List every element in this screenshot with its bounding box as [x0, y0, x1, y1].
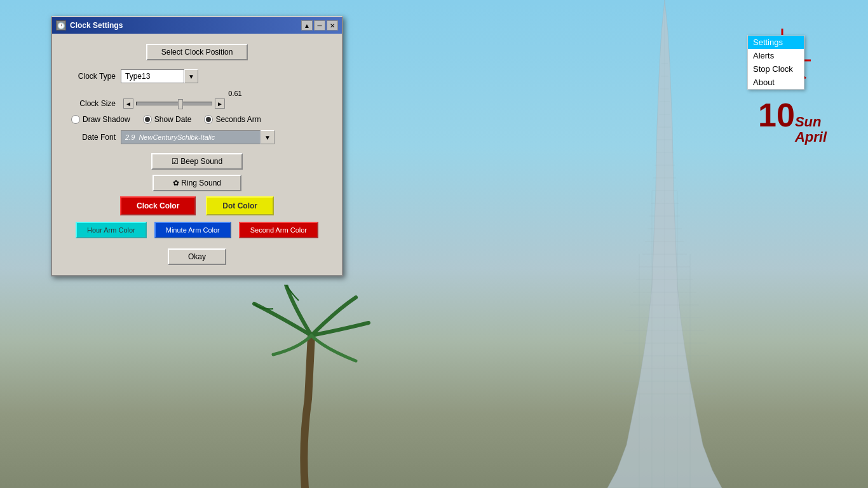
ring-sound-icon: ✿: [173, 179, 181, 187]
okay-button[interactable]: Okay: [168, 248, 226, 265]
dialog-icon: 🕐: [56, 20, 66, 30]
menu-item-stop-clock[interactable]: Stop Clock: [748, 62, 804, 76]
title-up-button[interactable]: ▲: [301, 20, 313, 30]
seconds-arm-label: Seconds Arm: [215, 115, 261, 124]
clock-type-input[interactable]: [121, 69, 184, 83]
context-menu: Settings Alerts Stop Clock About: [747, 35, 804, 90]
menu-item-settings[interactable]: Settings: [748, 36, 804, 49]
date-font-row: Date Font ▼: [65, 130, 329, 144]
clock-size-row: 0.61 Clock Size ◄ ►: [65, 90, 329, 109]
clock-size-value: 0.61: [141, 90, 329, 97]
second-arm-color-button[interactable]: Second Arm Color: [239, 222, 318, 238]
title-left: 🕐 Clock Settings: [56, 20, 123, 30]
select-position-button[interactable]: Select Clock Position: [146, 44, 248, 60]
show-date-label: Show Date: [154, 115, 192, 124]
title-minimize-button[interactable]: ─: [314, 20, 325, 30]
seconds-arm-item[interactable]: Seconds Arm: [204, 115, 261, 124]
day-name: Sun: [795, 114, 827, 130]
day-info: Sun April: [795, 114, 827, 145]
clock-size-label: Clock Size: [65, 99, 116, 108]
month-name: April: [795, 130, 827, 145]
clock-type-dropdown-button[interactable]: ▼: [184, 69, 198, 83]
slider-controls: Clock Size ◄ ►: [65, 98, 329, 109]
show-date-radio[interactable]: [143, 115, 152, 124]
clock-type-select: ▼: [121, 69, 198, 83]
menu-item-about[interactable]: About: [748, 76, 804, 89]
clock-type-label: Clock Type: [65, 72, 116, 81]
clock-type-row: Clock Type ▼: [65, 69, 329, 83]
beep-sound-label: Beep Sound: [180, 157, 222, 166]
palm-tree: [241, 285, 381, 488]
hour-arm-color-button[interactable]: Hour Arm Color: [76, 222, 147, 238]
slider-right-button[interactable]: ►: [215, 98, 225, 109]
draw-shadow-radio[interactable]: [71, 115, 80, 124]
slider-left-button[interactable]: ◄: [123, 98, 133, 109]
clock-settings-dialog: 🕐 Clock Settings ▲ ─ ✕ Select Clock Posi…: [51, 16, 343, 276]
slider-thumb[interactable]: [178, 99, 183, 109]
dialog-content: Select Clock Position Clock Type ▼ 0.61 …: [52, 34, 342, 275]
title-close-button[interactable]: ✕: [327, 20, 338, 30]
dialog-titlebar: 🕐 Clock Settings ▲ ─ ✕: [52, 17, 342, 34]
show-date-item[interactable]: Show Date: [143, 115, 192, 124]
draw-shadow-label: Draw Shadow: [83, 115, 130, 124]
slider-track[interactable]: [136, 102, 212, 105]
dot-color-button[interactable]: Dot Color: [206, 196, 274, 215]
ring-sound-label: Ring Sound: [181, 179, 221, 187]
clock-color-button[interactable]: Clock Color: [120, 196, 196, 215]
options-row: Draw Shadow Show Date Seconds Arm: [65, 115, 329, 124]
minute-arm-color-button[interactable]: Minute Arm Color: [154, 222, 231, 238]
date-font-dropdown-button[interactable]: ▼: [261, 130, 275, 144]
draw-shadow-item[interactable]: Draw Shadow: [71, 115, 130, 124]
date-font-label: Date Font: [65, 133, 116, 142]
color-row: Clock Color Dot Color: [65, 196, 329, 215]
beep-sound-icon: ☑: [172, 157, 180, 166]
burj-khalifa: [576, 0, 754, 488]
date-display: 10 Sun April: [758, 98, 827, 145]
ring-sound-button[interactable]: ✿ Ring Sound: [153, 175, 241, 191]
menu-item-alerts[interactable]: Alerts: [748, 49, 804, 62]
date-font-input[interactable]: [121, 130, 261, 144]
arm-color-row: Hour Arm Color Minute Arm Color Second A…: [65, 222, 329, 238]
seconds-arm-radio[interactable]: [204, 115, 213, 124]
day-number: 10: [758, 98, 795, 132]
title-buttons: ▲ ─ ✕: [301, 20, 338, 30]
beep-sound-button[interactable]: ☑ Beep Sound: [151, 153, 243, 170]
dialog-title-text: Clock Settings: [70, 21, 123, 30]
